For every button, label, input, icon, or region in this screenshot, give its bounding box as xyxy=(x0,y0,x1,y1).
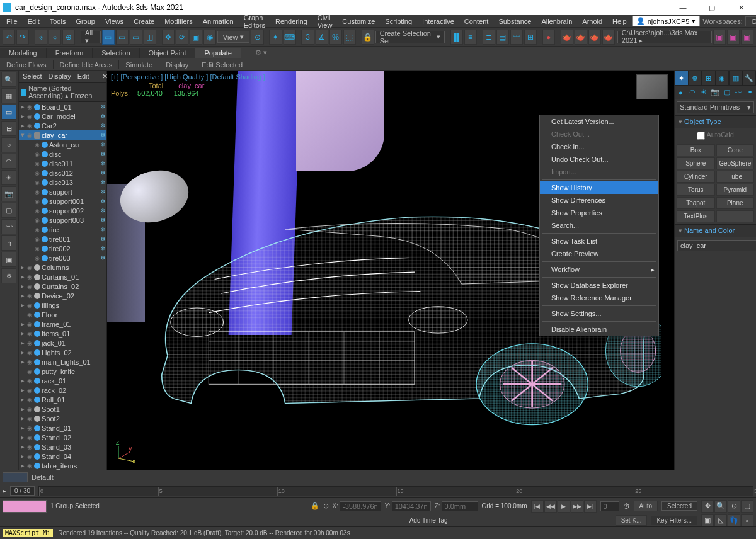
select-region-button[interactable]: ▭ xyxy=(130,30,142,45)
menu-item-check-out-[interactable]: Check Out... xyxy=(540,128,658,140)
menu-item-search-[interactable]: Search... xyxy=(540,219,658,232)
tree-row-floor[interactable]: ◉Floor xyxy=(19,310,106,319)
nav-max-button[interactable]: ▢ xyxy=(741,500,753,513)
curve-editor-button[interactable]: 〰 xyxy=(510,30,523,45)
project-path[interactable]: C:\Users\njoh...\3ds Max 2021 ▸ xyxy=(617,31,712,43)
objtype-cylinder[interactable]: Cylinder xyxy=(677,171,715,183)
utilities-tab[interactable]: 🔧 xyxy=(743,71,757,86)
goto-end-button[interactable]: ▶| xyxy=(584,500,597,513)
lvt-geom-button[interactable]: ○ xyxy=(1,137,16,152)
tree-row-board_01[interactable]: ▸◉Board_01❄ xyxy=(19,102,106,111)
tree-row-tire[interactable]: ◉tire❄ xyxy=(19,225,106,234)
tree-row-support001[interactable]: ◉support001❄ xyxy=(19,196,106,206)
key-target-dropdown[interactable]: Selected xyxy=(662,501,697,511)
nav-fov-button[interactable]: ◺ xyxy=(714,514,727,527)
menu-item-show-reference-manager[interactable]: Show Reference Manager xyxy=(540,292,658,304)
menu-group[interactable]: Group xyxy=(71,16,100,26)
select-button[interactable]: ▭ xyxy=(102,30,115,45)
selection-lock-button[interactable]: 🔒 xyxy=(362,30,374,45)
prev-frame-button[interactable]: ◀◀ xyxy=(544,500,557,513)
lock-icon[interactable]: 🔒 xyxy=(311,502,319,510)
menu-help[interactable]: Help xyxy=(607,16,632,26)
motion-tab[interactable]: ◉ xyxy=(716,71,730,86)
goto-start-button[interactable]: |◀ xyxy=(531,500,544,513)
ribbon-tab-object-paint[interactable]: Object Paint xyxy=(140,48,196,58)
undo-button[interactable]: ↶ xyxy=(3,30,15,45)
lvt-hierarchy-button[interactable]: ⊞ xyxy=(1,121,16,136)
objtype-pyramid[interactable]: Pyramid xyxy=(716,184,755,196)
objtype-cone[interactable]: Cone xyxy=(716,144,755,156)
render-cloud-button[interactable]: 🫖 xyxy=(602,30,615,45)
placement-button[interactable]: ◉ xyxy=(203,30,216,45)
snap-button[interactable]: 3 xyxy=(301,30,314,45)
tree-row-curtains_02[interactable]: ▸◉Curtains_02 xyxy=(19,281,106,291)
lvt-container-button[interactable]: ▣ xyxy=(1,252,16,267)
tree-row-columns[interactable]: ▸◉Columns xyxy=(19,263,106,272)
tree-row-frame_01[interactable]: ▸◉frame_01 xyxy=(19,319,106,329)
angle-snap-button[interactable]: ∡ xyxy=(316,30,328,45)
menu-item-show-database-explorer[interactable]: Show Database Explorer xyxy=(540,279,658,292)
tree-row-filings[interactable]: ▸◉filings xyxy=(19,300,106,310)
user-account[interactable]: 👤njohnsJXCP5 ▾ xyxy=(632,16,701,26)
tree-row-stand_03[interactable]: ▸◉Stand_03 xyxy=(19,442,106,451)
tree-row-table_items[interactable]: ▸◉table_items xyxy=(19,461,106,470)
scene-tree[interactable]: ▸◉Board_01❄▸◉Car_model❄▸◉Car2❄▾◉clay_car… xyxy=(19,102,106,470)
objtype-geosphere[interactable]: GeoSphere xyxy=(716,157,755,169)
move-button[interactable]: ✥ xyxy=(162,30,175,45)
viewport-label[interactable]: [+] [Perspective ] [High Quality ] [Defa… xyxy=(111,73,265,81)
layers-button[interactable]: ≣ xyxy=(483,30,495,45)
tree-row-car2[interactable]: ▸◉Car2❄ xyxy=(19,121,106,130)
trackbar-collapse-icon[interactable]: ▸ xyxy=(3,487,6,495)
menu-item-check-in-[interactable]: Check In... xyxy=(540,140,658,153)
objtype-sphere[interactable]: Sphere xyxy=(677,157,715,169)
name-color-rollout[interactable]: Name and Color xyxy=(675,224,756,237)
unlink-button[interactable]: ⟐ xyxy=(49,30,61,45)
modify-tab[interactable]: ⚙ xyxy=(689,71,702,86)
lvt-display-button[interactable]: ▦ xyxy=(1,88,16,103)
tree-row-curtains_01[interactable]: ▸◉Curtains_01 xyxy=(19,272,106,281)
tree-row-support[interactable]: ◉support❄ xyxy=(19,187,106,196)
viewport[interactable]: [+] [Perspective ] [High Quality ] [Defa… xyxy=(107,71,674,470)
helpers-icon[interactable]: ▢ xyxy=(721,86,733,99)
ab-button2[interactable]: ▣ xyxy=(727,30,740,45)
align-button[interactable]: ≡ xyxy=(464,30,477,45)
render-frame-button[interactable]: 🫖 xyxy=(575,30,587,45)
objtype-tube[interactable]: Tube xyxy=(716,171,755,183)
category-dropdown[interactable]: Standard Primitives▾ xyxy=(677,101,754,113)
lvt-camera-button[interactable]: 📷 xyxy=(1,186,16,201)
selection-filter[interactable]: All ▾ xyxy=(81,31,100,43)
coord-y[interactable]: Y: 10434.37n xyxy=(385,501,431,511)
ribbon-tab-freeform[interactable]: Freeform xyxy=(47,48,93,58)
menu-views[interactable]: Views xyxy=(100,16,129,26)
material-editor-button[interactable]: ● xyxy=(542,30,555,45)
frame-indicator[interactable]: 0 / 30 xyxy=(10,486,35,496)
tree-row-disc013[interactable]: ◉disc013❄ xyxy=(19,178,106,187)
tree-row-rack_01[interactable]: ▸◉rack_01 xyxy=(19,376,106,385)
ribbon-options-icon[interactable]: ⋯ ⚙ ▾ xyxy=(246,48,267,57)
menu-modifiers[interactable]: Modifiers xyxy=(159,16,198,26)
menu-item-create-preview[interactable]: Create Preview xyxy=(540,247,658,260)
lvt-frozen-button[interactable]: ❄ xyxy=(1,268,16,283)
menu-scripting[interactable]: Scripting xyxy=(380,16,417,26)
menu-arnold[interactable]: Arnold xyxy=(577,16,607,26)
tree-row-disc[interactable]: ◉disc❄ xyxy=(19,149,106,159)
menu-file[interactable]: File xyxy=(1,16,23,26)
spinner-snap-button[interactable]: ⬚ xyxy=(343,30,356,45)
menu-customize[interactable]: Customize xyxy=(337,16,380,26)
lvt-select-button[interactable]: ▭ xyxy=(1,105,16,120)
use-center-button[interactable]: ⊙ xyxy=(251,30,263,45)
rotate-button[interactable]: ⟳ xyxy=(176,30,188,45)
lvt-helper-button[interactable]: ▢ xyxy=(1,203,16,218)
redo-button[interactable]: ↷ xyxy=(16,30,29,45)
ribbon-btn-simulate[interactable]: Simulate xyxy=(119,60,159,69)
lvt-space-button[interactable]: 〰 xyxy=(1,219,16,234)
play-button[interactable]: ▶ xyxy=(558,500,570,513)
nav-zoom-button[interactable]: 🔍 xyxy=(714,500,727,513)
menu-item-undo-check-out-[interactable]: Undo Check Out... xyxy=(540,153,658,166)
select-name-button[interactable]: ▭ xyxy=(116,30,129,45)
render-setup-button[interactable]: 🫖 xyxy=(561,30,573,45)
lvt-bone-button[interactable]: ⋔ xyxy=(1,235,16,251)
objtype-box[interactable]: Box xyxy=(677,144,715,156)
systems-icon[interactable]: ✦ xyxy=(745,86,756,99)
time-ruler[interactable]: 051015202530 xyxy=(38,486,753,496)
